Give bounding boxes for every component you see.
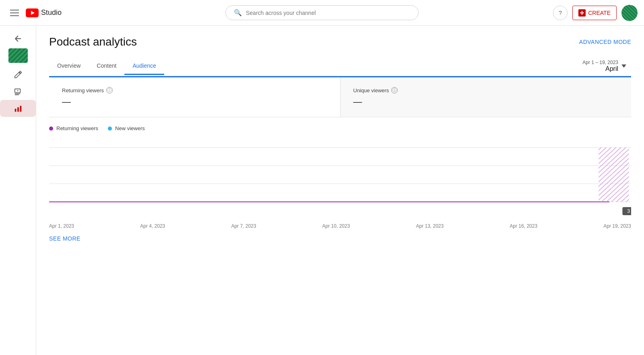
metric-returning-viewers: Returning viewers ⓘ — (49, 77, 341, 117)
svg-marker-3 (17, 90, 19, 91)
date-period: April (582, 65, 618, 73)
help-button[interactable]: ? (553, 6, 568, 20)
legend-dot-returning (49, 127, 53, 131)
sidebar (0, 26, 36, 355)
x-axis-labels: Apr 1, 2023 Apr 4, 2023 Apr 7, 2023 Apr … (49, 220, 631, 229)
hamburger-button[interactable] (6, 5, 23, 21)
sidebar-item-playlists[interactable] (0, 83, 36, 100)
back-button[interactable] (0, 29, 36, 48)
see-more-button[interactable]: SEE MORE (49, 229, 80, 248)
svg-rect-8 (20, 106, 21, 112)
x-label-5: Apr 16, 2023 (510, 223, 537, 229)
youtube-icon (26, 8, 39, 17)
unique-info-icon[interactable]: ⓘ (391, 87, 398, 93)
avatar[interactable] (621, 5, 638, 21)
page-header: Podcast analytics ADVANCED MODE (49, 35, 631, 48)
x-label-0: Apr 1, 2023 (49, 223, 74, 229)
legend-returning: Returning viewers (49, 125, 98, 131)
metric-label-text-unique: Unique viewers (353, 87, 389, 93)
legend-label-new: New viewers (115, 125, 145, 131)
metrics-row: Returning viewers ⓘ — Unique viewers ⓘ — (49, 77, 631, 117)
analytics-icon (14, 104, 23, 113)
x-label-1: Apr 4, 2023 (140, 223, 165, 229)
page-title: Podcast analytics (49, 35, 137, 48)
sidebar-item-analytics[interactable] (0, 100, 36, 117)
tab-audience[interactable]: Audience (124, 58, 164, 75)
x-label-6: Apr 19, 2023 (603, 223, 631, 229)
chevron-down-icon (621, 64, 626, 68)
x-label-4: Apr 13, 2023 (416, 223, 444, 229)
search-icon: 🔍 (234, 9, 242, 17)
metric-label-returning: Returning viewers ⓘ (62, 87, 327, 93)
metric-label-unique: Unique viewers ⓘ (353, 87, 619, 93)
metric-value-returning: — (62, 97, 327, 107)
tabs-left: Overview Content Audience (49, 58, 164, 75)
create-label: CREATE (588, 10, 611, 16)
playlists-icon (14, 87, 23, 96)
search-box: 🔍 (225, 5, 419, 20)
metric-value-unique: — (353, 97, 619, 107)
logo-text: Studio (41, 8, 62, 17)
tab-content[interactable]: Content (89, 58, 124, 75)
channel-thumbnail[interactable] (8, 48, 28, 63)
chart-legend: Returning viewers New viewers (49, 117, 631, 136)
sidebar-item-edit[interactable] (0, 66, 36, 83)
returning-info-icon[interactable]: ⓘ (106, 87, 113, 93)
tab-overview[interactable]: Overview (49, 58, 89, 75)
tabs-row: Overview Content Audience Apr 1 – 19, 20… (49, 56, 631, 76)
date-selector-text: Apr 1 – 19, 2023 April (582, 60, 618, 73)
svg-rect-7 (17, 107, 19, 112)
legend-dot-new (108, 127, 112, 131)
logo[interactable]: Studio (26, 8, 62, 17)
date-range: Apr 1 – 19, 2023 (582, 60, 618, 65)
svg-rect-6 (14, 109, 16, 112)
chart-svg: 3 2 1 0 3 (49, 139, 631, 220)
avatar-pattern (621, 5, 638, 21)
navbar: Studio 🔍 ? CREATE (0, 0, 644, 26)
create-button[interactable]: CREATE (572, 6, 617, 20)
x-label-3: Apr 10, 2023 (322, 223, 350, 229)
search-input[interactable] (246, 10, 410, 16)
x-label-2: Apr 7, 2023 (231, 223, 256, 229)
legend-label-returning: Returning viewers (56, 125, 98, 131)
metric-unique-viewers: Unique viewers ⓘ — (341, 77, 632, 117)
main-content: Podcast analytics ADVANCED MODE Overview… (36, 26, 644, 355)
create-plus-icon (578, 9, 586, 17)
nav-right: ? CREATE (553, 5, 638, 21)
edit-icon (14, 70, 23, 79)
metric-label-text-returning: Returning viewers (62, 87, 104, 93)
chart-container: 3 2 1 0 3 (49, 139, 631, 220)
svg-text:3: 3 (627, 208, 630, 214)
thumbnail-pattern (8, 48, 28, 63)
date-selector[interactable]: Apr 1 – 19, 2023 April (578, 56, 631, 76)
back-icon (13, 34, 23, 44)
help-icon: ? (559, 10, 562, 16)
advanced-mode-button[interactable]: ADVANCED MODE (579, 39, 631, 45)
svg-rect-19 (599, 147, 629, 202)
legend-new: New viewers (108, 125, 145, 131)
